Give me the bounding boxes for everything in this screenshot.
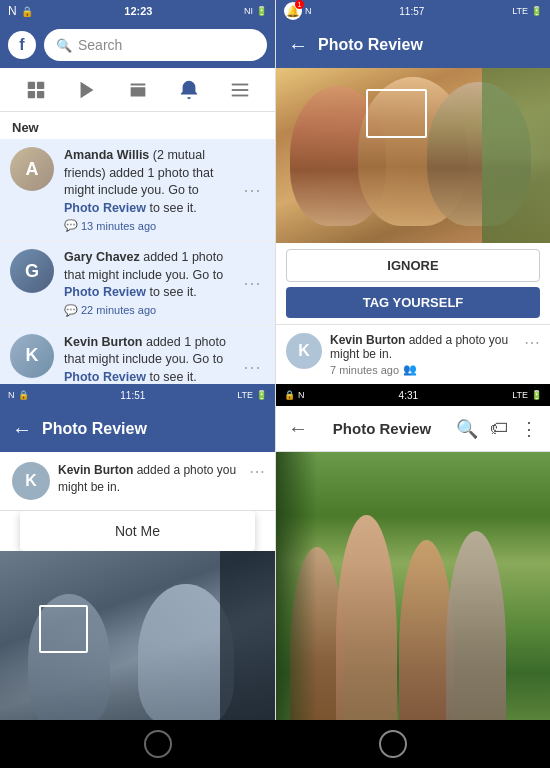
notif-item-amanda[interactable]: A Amanda Willis (2 mutual friends) added…: [0, 139, 275, 241]
photo-review-header-bottom: ← Photo Review: [0, 406, 275, 452]
back-button-bottom[interactable]: ←: [12, 418, 32, 441]
photo-review-panel-top: 🔔 1 N 11:57 LTE 🔋 ← Photo Review: [275, 0, 550, 384]
svg-marker-4: [80, 81, 93, 98]
photo-review-title-br: Photo Review: [333, 420, 431, 437]
kevin-notif-bottom[interactable]: K Kevin Burton added a photo you might b…: [0, 452, 275, 511]
status-time-bottom-left: 11:51: [120, 390, 145, 401]
notif-avatar-kevin: K: [10, 334, 54, 378]
notif-content-amanda: Amanda Willis (2 mutual friends) added 1…: [64, 147, 229, 232]
notif-item-gary[interactable]: G Gary Chavez added 1 photo that might i…: [0, 241, 275, 326]
status-icon-1: 🔒: [21, 6, 33, 17]
kevin-avatar-bottom: K: [12, 462, 50, 500]
signal-icon-br: LTE: [512, 390, 528, 400]
nav-notifications-icon[interactable]: [171, 72, 207, 108]
notif-more-kevin[interactable]: ⋯: [239, 356, 265, 378]
notif-name-kevin: Kevin Burton: [64, 335, 142, 349]
battery-icon-br: 🔋: [531, 390, 542, 400]
bottom-right-header: ← Photo Review 🔍 🏷 ⋮: [276, 406, 550, 452]
kevin-card-more[interactable]: ⋯: [524, 333, 540, 352]
ignore-button[interactable]: IGNORE: [286, 249, 540, 282]
notif-more-amanda[interactable]: ⋯: [239, 179, 265, 201]
search-placeholder: Search: [78, 37, 122, 53]
search-bar[interactable]: f 🔍 Search: [0, 22, 275, 68]
not-me-label: Not Me: [115, 523, 160, 539]
icon-lock-br: 🔒: [284, 390, 295, 400]
face-box-car: [39, 605, 89, 653]
status-bar-bottom-left: N 🔒 11:51 LTE 🔋: [0, 384, 275, 406]
nav-menu-icon[interactable]: [222, 72, 258, 108]
home-circle-center[interactable]: [379, 730, 407, 758]
signal-icon-right: LTE: [512, 6, 528, 16]
status-time-left: 12:23: [124, 5, 152, 17]
notif-time-amanda: 💬 13 minutes ago: [64, 219, 229, 232]
battery-icon-right: 🔋: [531, 6, 542, 16]
left-notifications-panel: N 🔒 12:23 NI 🔋 f 🔍 Search: [0, 0, 275, 384]
svg-rect-1: [36, 81, 43, 88]
back-button[interactable]: ←: [288, 34, 308, 57]
kevin-notif-more[interactable]: ⋯: [249, 462, 265, 481]
tree-background: [482, 68, 551, 243]
notification-badge: 🔔 1: [284, 2, 302, 20]
badge-count: 1: [295, 0, 304, 9]
lock-icon-bottom: 🔒: [18, 390, 29, 400]
notif-avatar-gary: G: [10, 249, 54, 293]
more-icon-br[interactable]: ⋮: [520, 418, 538, 440]
home-indicator-row: [0, 720, 550, 768]
svg-rect-5: [231, 83, 248, 85]
icon-n-bottom: N: [8, 390, 15, 400]
notif-name-amanda: Amanda Willis: [64, 148, 149, 162]
not-me-popup[interactable]: Not Me: [20, 511, 255, 551]
nav-newsfeed-icon[interactable]: [18, 72, 54, 108]
signal-icon: NI: [244, 6, 253, 16]
tag-icon-br[interactable]: 🏷: [490, 418, 508, 439]
nav-marketplace-icon[interactable]: [120, 72, 156, 108]
friend-icon: 👥: [403, 363, 417, 376]
notif-avatar-amanda: A: [10, 147, 54, 191]
icon-n-br: N: [298, 390, 305, 400]
home-circle-left[interactable]: [144, 730, 172, 758]
bottom-left-panel: N 🔒 11:51 LTE 🔋 ← Photo Review K Kevin B…: [0, 384, 275, 768]
nav-icons-bar: [0, 68, 275, 112]
status-bar-bottom-right: 🔒 N 4:31 LTE 🔋: [276, 384, 550, 406]
fb-logo: f: [8, 31, 36, 59]
notif-item-kevin[interactable]: K Kevin Burton added 1 photo that might …: [0, 326, 275, 385]
svg-rect-6: [231, 89, 248, 91]
status-time-right: 11:57: [399, 6, 424, 17]
search-icon-br[interactable]: 🔍: [456, 418, 478, 440]
kevin-name: Kevin Burton: [330, 333, 405, 347]
kevin-avatar-top: K: [286, 333, 322, 369]
photo-review-header: ← Photo Review: [276, 22, 550, 68]
bottom-right-panel: 🔒 N 4:31 LTE 🔋 ← Photo Review 🔍 🏷 ⋮: [275, 384, 550, 768]
status-bar-right: 🔔 1 N 11:57 LTE 🔋: [276, 0, 550, 22]
header-icons-br: 🔍 🏷 ⋮: [456, 418, 538, 440]
photo-review-title-bottom: Photo Review: [42, 420, 147, 438]
battery-icon-bl: 🔋: [256, 390, 267, 400]
kevin-notif-text: Kevin Burton added a photo you might be …: [58, 462, 263, 496]
action-buttons-area: IGNORE TAG YOURSELF: [276, 243, 550, 324]
status-bar-left: N 🔒 12:23 NI 🔋: [0, 0, 275, 22]
svg-rect-2: [27, 90, 34, 97]
back-arrow-br[interactable]: ←: [288, 417, 308, 440]
photo-display-area: [276, 68, 550, 243]
notif-more-gary[interactable]: ⋯: [239, 272, 265, 294]
notif-content-kevin: Kevin Burton added 1 photo that might in…: [64, 334, 229, 385]
kevin-burton-card[interactable]: K Kevin Burton added a photo you might b…: [276, 324, 550, 384]
search-icon: 🔍: [56, 38, 72, 53]
tag-yourself-button[interactable]: TAG YOURSELF: [286, 287, 540, 318]
notif-name-gary: Gary Chavez: [64, 250, 140, 264]
notifications-list: New A Amanda Willis (2 mutual friends) a…: [0, 112, 275, 384]
fb-app-icon: N: [8, 4, 17, 18]
signal-icon-bl: LTE: [237, 390, 253, 400]
battery-icon: 🔋: [256, 6, 267, 16]
nav-video-icon[interactable]: [69, 72, 105, 108]
notif-content-gary: Gary Chavez added 1 photo that might inc…: [64, 249, 229, 317]
notif-icon-2: N: [305, 6, 312, 16]
kevin-card-content: Kevin Burton added a photo you might be …: [330, 333, 516, 376]
photo-review-title: Photo Review: [318, 36, 423, 54]
group-photo: [276, 68, 550, 243]
section-new-label: New: [0, 112, 275, 139]
svg-rect-7: [231, 94, 248, 96]
search-input-box[interactable]: 🔍 Search: [44, 29, 267, 61]
status-time-br: 4:31: [399, 390, 418, 401]
notif-time-gary: 💬 22 minutes ago: [64, 304, 229, 317]
